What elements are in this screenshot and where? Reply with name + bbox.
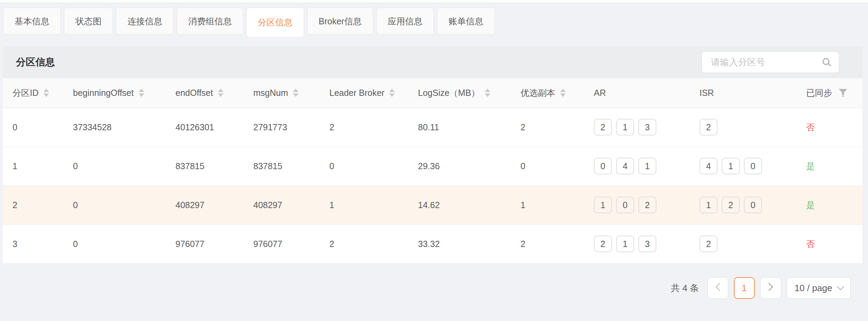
- cell-leader-broker: 2: [320, 224, 408, 263]
- cell-preferred-replica: 0: [511, 147, 584, 186]
- cell-synced: 是: [796, 147, 862, 186]
- replica-tag: 1: [616, 119, 634, 135]
- column-label: endOffset: [175, 88, 213, 98]
- replica-tag: 3: [638, 236, 656, 252]
- cell-partition-id: 3: [3, 224, 63, 263]
- cell-synced: 否: [796, 108, 862, 147]
- cell-beginning-offset: 0: [63, 147, 166, 186]
- cell-isr: 2: [690, 224, 796, 263]
- replica-tag: 2: [699, 119, 718, 135]
- tab-label: 分区信息: [258, 17, 293, 28]
- synced-status: 是: [806, 161, 815, 171]
- tab-billing-info[interactable]: 账单信息: [437, 8, 495, 35]
- column-header-leader-broker[interactable]: Leader Broker: [320, 78, 408, 108]
- chevron-down-icon: [836, 283, 845, 294]
- sort-icon[interactable]: [43, 89, 49, 97]
- cell-preferred-replica: 2: [511, 108, 584, 147]
- column-header-ar: AR: [584, 78, 690, 108]
- tab-bar: 基本信息 状态图 连接信息 消费组信息 分区信息 Broker信息 应用信息 账…: [3, 8, 495, 37]
- column-header-log-size[interactable]: LogSize（MB）: [408, 78, 511, 108]
- column-label: msgNum: [253, 88, 288, 98]
- top-divider-strip: [0, 0, 868, 3]
- replica-tag: 0: [744, 197, 762, 213]
- replica-tag: 4: [616, 158, 634, 174]
- table-row: 1 0 837815 837815 0 29.36 0 041 410 是: [3, 147, 862, 186]
- sort-icon[interactable]: [485, 89, 490, 97]
- replica-tag: 2: [722, 197, 740, 213]
- cell-synced: 否: [796, 224, 862, 263]
- tab-label: 连接信息: [128, 16, 162, 27]
- cell-beginning-offset: 0: [63, 186, 166, 224]
- replica-tag: 2: [699, 236, 718, 252]
- cell-isr: 120: [690, 186, 796, 224]
- pagination-total: 共 4 条: [671, 282, 699, 294]
- tab-label: 状态图: [75, 16, 101, 27]
- replica-tag: 1: [594, 197, 612, 213]
- cell-ar: 213: [584, 108, 690, 147]
- cell-leader-broker: 2: [320, 108, 408, 147]
- table-row: 0 37334528 40126301 2791773 2 80.11 2 21…: [3, 108, 862, 147]
- page-1-button[interactable]: 1: [734, 277, 755, 299]
- cell-isr: 410: [690, 147, 796, 186]
- partition-table: 分区ID beginningOffset endOffset msgNum Le…: [3, 78, 862, 264]
- table-row: 2 0 408297 408297 1 14.62 1 102 120 是: [3, 186, 862, 224]
- column-label: AR: [594, 88, 606, 98]
- search-input[interactable]: [710, 57, 821, 68]
- chevron-left-icon: [715, 282, 721, 294]
- cell-end-offset: 408297: [166, 186, 244, 224]
- column-header-beginning-offset[interactable]: beginningOffset: [63, 78, 166, 108]
- table-header-row: 分区ID beginningOffset endOffset msgNum Le…: [3, 78, 862, 108]
- cell-isr: 2: [690, 108, 796, 147]
- tab-basic-info[interactable]: 基本信息: [3, 8, 61, 35]
- column-label: 分区ID: [13, 87, 39, 99]
- cell-msg-num: 408297: [244, 186, 320, 224]
- synced-status: 是: [806, 200, 815, 210]
- tab-partition-info[interactable]: 分区信息: [246, 8, 304, 37]
- tab-application-info[interactable]: 应用信息: [376, 8, 434, 35]
- cell-end-offset: 976077: [166, 224, 244, 263]
- replica-tag: 1: [722, 158, 740, 174]
- page-size-select[interactable]: 10 / page: [787, 277, 851, 299]
- column-header-msg-num[interactable]: msgNum: [244, 78, 320, 108]
- cell-msg-num: 837815: [244, 147, 320, 186]
- cell-ar: 041: [584, 147, 690, 186]
- replica-tag: 3: [638, 119, 656, 135]
- column-header-isr: ISR: [690, 78, 796, 108]
- cell-end-offset: 837815: [166, 147, 244, 186]
- sort-icon[interactable]: [293, 89, 298, 97]
- column-header-end-offset[interactable]: endOffset: [166, 78, 244, 108]
- tab-consumer-group-info[interactable]: 消费组信息: [177, 8, 243, 35]
- chevron-right-icon: [768, 282, 774, 294]
- replica-tag: 1: [638, 158, 656, 174]
- column-label: beginningOffset: [73, 88, 134, 98]
- tab-connection-info[interactable]: 连接信息: [116, 8, 174, 35]
- pagination: 共 4 条 1 10 / page: [671, 277, 851, 299]
- replica-tag: 2: [594, 236, 612, 252]
- column-header-partition-id[interactable]: 分区ID: [3, 78, 63, 108]
- replica-tag: 1: [616, 236, 634, 252]
- panel-header: 分区信息: [3, 46, 862, 78]
- prev-page-button[interactable]: [707, 277, 728, 299]
- next-page-button[interactable]: [760, 277, 781, 299]
- sort-icon[interactable]: [218, 89, 223, 97]
- cell-log-size: 29.36: [408, 147, 511, 186]
- tab-status-chart[interactable]: 状态图: [64, 8, 113, 35]
- sort-icon[interactable]: [139, 89, 144, 97]
- sort-icon[interactable]: [560, 89, 566, 97]
- tab-label: Broker信息: [319, 16, 362, 27]
- cell-log-size: 14.62: [408, 186, 511, 224]
- column-header-synced[interactable]: 已同步: [796, 78, 862, 108]
- cell-log-size: 80.11: [408, 108, 511, 147]
- filter-funnel-icon[interactable]: [838, 89, 847, 97]
- sort-icon[interactable]: [389, 89, 395, 97]
- column-header-preferred-replica[interactable]: 优选副本: [511, 78, 584, 108]
- cell-beginning-offset: 37334528: [63, 108, 166, 147]
- search-icon[interactable]: [821, 57, 832, 67]
- cell-msg-num: 2791773: [244, 108, 320, 147]
- page-size-label: 10 / page: [795, 283, 832, 294]
- tab-broker-info[interactable]: Broker信息: [307, 8, 373, 35]
- cell-ar: 102: [584, 186, 690, 224]
- replica-tag: 4: [699, 158, 718, 174]
- tab-label: 基本信息: [15, 16, 49, 27]
- column-label: LogSize（MB）: [418, 87, 480, 99]
